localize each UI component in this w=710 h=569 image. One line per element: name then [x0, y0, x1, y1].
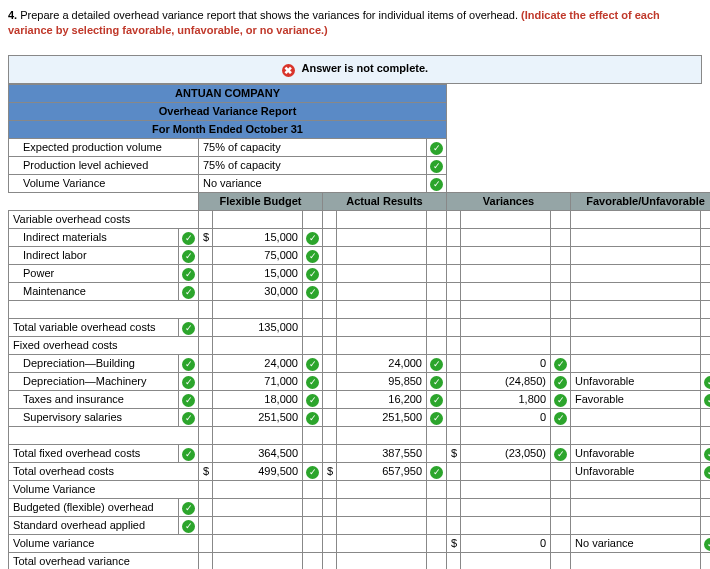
check-icon	[179, 228, 199, 246]
currency: $	[447, 534, 461, 552]
row-label[interactable]: Depreciation—Machinery	[9, 372, 179, 390]
row-label[interactable]: Power	[9, 264, 179, 282]
check-icon	[427, 408, 447, 426]
fu-select[interactable]: Favorable	[571, 390, 701, 408]
question-number: 4.	[8, 9, 17, 21]
check-icon	[303, 390, 323, 408]
check-icon	[427, 354, 447, 372]
check-icon	[701, 444, 710, 462]
row-label: Total variable overhead costs	[9, 318, 179, 336]
check-icon	[551, 372, 571, 390]
check-icon	[551, 390, 571, 408]
check-icon	[551, 444, 571, 462]
row-label: Total fixed overhead costs	[9, 444, 179, 462]
check-icon	[427, 390, 447, 408]
row-label: Production level achieved	[9, 156, 199, 174]
period-header: For Month Ended October 31	[9, 120, 447, 138]
row-label: Total overhead costs	[9, 462, 199, 480]
flex-amount[interactable]: 71,000	[213, 372, 303, 390]
section-header: Fixed overhead costs	[9, 336, 199, 354]
check-icon	[551, 354, 571, 372]
col-flex: Flexible Budget	[199, 192, 323, 210]
flex-amount[interactable]: 15,000	[213, 228, 303, 246]
actual-amount[interactable]: 95,850	[337, 372, 427, 390]
row-label[interactable]: Maintenance	[9, 282, 179, 300]
company-header: ANTUAN COMPANY	[9, 84, 447, 102]
banner-text: Answer is not complete.	[302, 62, 429, 74]
check-icon	[701, 372, 710, 390]
error-icon: ✖	[282, 64, 295, 77]
check-icon	[179, 318, 199, 336]
row-label[interactable]: Indirect labor	[9, 246, 179, 264]
flex-amount[interactable]: 251,500	[213, 408, 303, 426]
row-value[interactable]: 75% of capacity	[199, 156, 427, 174]
flex-amount: 135,000	[213, 318, 303, 336]
currency: $	[447, 444, 461, 462]
variance-amount: 0	[461, 354, 551, 372]
flex-amount: 364,500	[213, 444, 303, 462]
check-icon	[427, 138, 447, 156]
flex-amount: 499,500	[213, 462, 303, 480]
flex-amount[interactable]: 24,000	[213, 354, 303, 372]
row-label[interactable]: Depreciation—Building	[9, 354, 179, 372]
row-label[interactable]: Standard overhead applied	[9, 516, 179, 534]
row-label[interactable]: Supervisory salaries	[9, 408, 179, 426]
check-icon	[701, 534, 710, 552]
check-icon	[427, 372, 447, 390]
variance-amount: (24,850)	[461, 372, 551, 390]
check-icon	[179, 516, 199, 534]
row-label[interactable]: Taxes and insurance	[9, 390, 179, 408]
currency: $	[199, 228, 213, 246]
fu-select[interactable]: Unfavorable	[571, 372, 701, 390]
check-icon	[303, 228, 323, 246]
variance-amount: 1,800	[461, 390, 551, 408]
check-icon	[179, 354, 199, 372]
actual-amount[interactable]: 16,200	[337, 390, 427, 408]
variance-amount: (23,050)	[461, 444, 551, 462]
check-icon	[303, 408, 323, 426]
check-icon	[551, 408, 571, 426]
check-icon	[179, 372, 199, 390]
check-icon	[179, 444, 199, 462]
currency: $	[323, 462, 337, 480]
actual-amount[interactable]: 251,500	[337, 408, 427, 426]
col-fu: Favorable/Unfavorable	[571, 192, 710, 210]
check-icon	[179, 264, 199, 282]
report-title: Overhead Variance Report	[9, 102, 447, 120]
row-label[interactable]: Budgeted (flexible) overhead	[9, 498, 179, 516]
flex-amount[interactable]: 18,000	[213, 390, 303, 408]
section-header: Variable overhead costs	[9, 210, 199, 228]
col-variances: Variances	[447, 192, 571, 210]
check-icon	[701, 462, 710, 480]
check-icon	[427, 156, 447, 174]
row-label: Expected production volume	[9, 138, 199, 156]
flex-amount[interactable]: 30,000	[213, 282, 303, 300]
row-label: Total overhead variance	[9, 552, 199, 569]
fu-select[interactable]: Unfavorable	[571, 462, 701, 480]
check-icon	[179, 498, 199, 516]
actual-amount: 387,550	[337, 444, 427, 462]
check-icon	[427, 174, 447, 192]
check-icon	[427, 462, 447, 480]
check-icon	[303, 354, 323, 372]
completion-banner: ✖ Answer is not complete.	[8, 55, 702, 84]
row-value[interactable]: No variance	[199, 174, 427, 192]
check-icon	[303, 246, 323, 264]
check-icon	[179, 246, 199, 264]
flex-amount[interactable]: 15,000	[213, 264, 303, 282]
actual-amount: 657,950	[337, 462, 427, 480]
variance-report-table: ANTUAN COMPANY Overhead Variance Report …	[8, 84, 710, 569]
row-label: Volume variance	[9, 534, 199, 552]
row-value[interactable]: 75% of capacity	[199, 138, 427, 156]
row-label: Volume Variance	[9, 174, 199, 192]
currency: $	[199, 462, 213, 480]
fu-select[interactable]: No variance	[571, 534, 701, 552]
fu-select[interactable]: Unfavorable	[571, 444, 701, 462]
check-icon	[701, 390, 710, 408]
check-icon	[303, 372, 323, 390]
row-label[interactable]: Indirect materials	[9, 228, 179, 246]
actual-amount[interactable]: 24,000	[337, 354, 427, 372]
variance-amount: 0	[461, 534, 551, 552]
flex-amount[interactable]: 75,000	[213, 246, 303, 264]
check-icon	[303, 282, 323, 300]
